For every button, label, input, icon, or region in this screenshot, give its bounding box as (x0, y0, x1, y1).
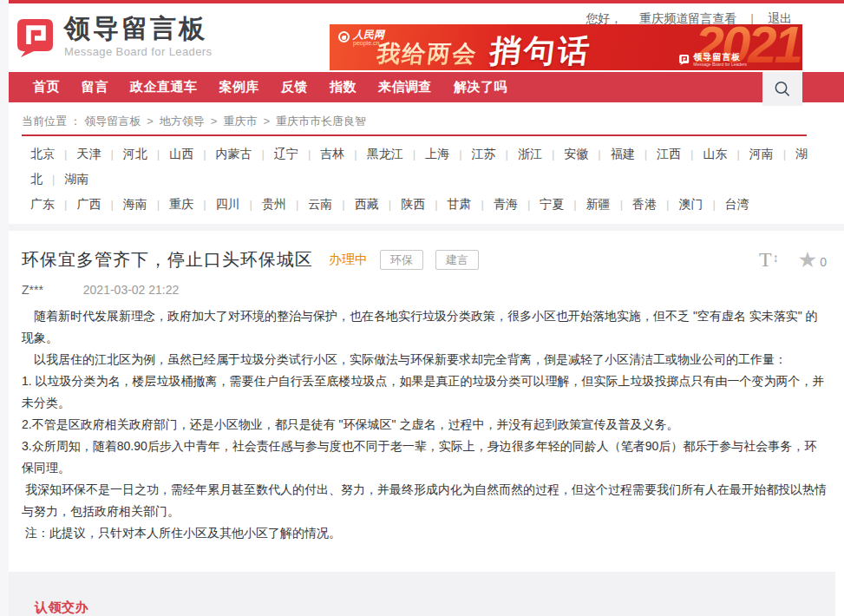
status-badge: 办理中 (329, 252, 368, 268)
title-tools: T ↕ ★ 0 (759, 249, 827, 271)
banner-brand-subtitle: Message Board for Leaders (693, 62, 747, 67)
region-link[interactable]: 福建 (611, 147, 635, 161)
nav-item[interactable]: 解决了吗 (454, 79, 507, 95)
post-tags: 环保建言 (368, 250, 479, 270)
region-link[interactable]: 西藏 (355, 197, 379, 211)
font-size-toggle-t: T (759, 249, 772, 270)
banner-slogan: 我给两会 捎句话 (375, 30, 594, 70)
separator: | (55, 147, 76, 161)
breadcrumb-link[interactable]: 地方领导 (160, 115, 205, 128)
post-paragraph: 随着新时代发展新理念，政府加大了对环境的整治与保护，也在各地实行垃圾分类政策，很… (22, 305, 827, 349)
separator: | (286, 198, 308, 211)
breadcrumb-label: 当前位置 ： (22, 115, 82, 128)
banner-slogan-left: 我给两会 (375, 38, 479, 69)
font-size-toggle[interactable]: T ↕ (759, 249, 779, 270)
nav-item[interactable]: 反馈 (281, 79, 308, 95)
region-link[interactable]: 贵州 (262, 197, 286, 211)
separator: | (657, 198, 678, 211)
logo-title: 领导留言板 (64, 15, 212, 43)
region-link[interactable]: 宁夏 (540, 197, 564, 211)
nav-item[interactable]: 案例库 (219, 79, 260, 95)
nav-item[interactable]: 留言 (82, 79, 108, 95)
region-link[interactable]: 海南 (123, 197, 147, 211)
post-body: 随着新时代发展新理念，政府加大了对环境的整治与保护，也在各地实行垃圾分类政策，很… (22, 305, 827, 544)
breadcrumb: 当前位置 ： 领导留言板>地方领导>重庆市>重庆市市长唐良智 (22, 102, 807, 136)
region-link[interactable]: 安徽 (564, 147, 588, 161)
tag-chip[interactable]: 环保 (380, 250, 423, 270)
post-paragraph: 3.众所周知，随着80.90后步入中青年，社会责任感与参与度也不同于老一辈，实际… (22, 436, 827, 479)
nav-item[interactable]: 首页 (33, 79, 60, 95)
breadcrumb-items: 领导留言板>地方领导>重庆市>重庆市市长唐良智 (84, 115, 366, 128)
star-favorite-icon[interactable]: ★ (798, 249, 817, 271)
separator: | (147, 198, 169, 211)
title-row: 环保宜多管齐下，停止口头环保城区 办理中 环保建言 T ↕ ★ 0 (22, 246, 827, 272)
reply-heading: 认领交办 (35, 600, 809, 616)
nav-item[interactable]: 来信调查 (378, 79, 432, 95)
separator: | (332, 198, 354, 211)
logo-subtitle: Message Board for Leaders (64, 45, 212, 58)
region-link[interactable]: 新疆 (586, 197, 611, 211)
separator: | (252, 147, 274, 161)
region-link[interactable]: 重庆 (169, 197, 193, 211)
region-link[interactable]: 北京 (30, 147, 55, 161)
region-link[interactable]: 山东 (703, 147, 727, 161)
region-link[interactable]: 甘肃 (448, 197, 472, 211)
two-sessions-ad-banner[interactable]: 人民网 people.cn 我给两会 捎句话 2021 领导留言板 Messag… (330, 24, 802, 70)
breadcrumb-link[interactable]: 重庆市市长唐良智 (276, 115, 366, 128)
banner-brand-title: 领导留言板 (693, 52, 747, 62)
separator: > (257, 115, 276, 128)
region-link[interactable]: 广东 (30, 197, 55, 211)
nav-item[interactable]: 政企直通车 (130, 79, 198, 95)
separator: | (101, 147, 122, 161)
peoples-daily-logo-icon (338, 31, 350, 43)
region-link[interactable]: 广西 (76, 197, 101, 211)
separator: | (298, 147, 320, 161)
separator: | (193, 147, 215, 161)
section-divider (9, 224, 844, 231)
region-link[interactable]: 天津 (76, 147, 101, 161)
region-link[interactable]: 香港 (632, 197, 657, 211)
breadcrumb-link[interactable]: 领导留言板 (84, 115, 141, 128)
separator: | (703, 198, 724, 211)
search-icon (773, 80, 792, 99)
region-link[interactable]: 辽宁 (274, 147, 298, 161)
post-paragraph: 1. 以垃圾分类为名，楼层垃圾桶撤离，需要住户自行丢至底楼垃圾点，如果是真正的垃… (22, 370, 827, 414)
tag-chip[interactable]: 建言 (435, 250, 479, 270)
site-logo[interactable]: 领导留言板 Message Board for Leaders (14, 15, 212, 58)
separator: | (518, 198, 540, 211)
separator: | (542, 147, 564, 161)
logo-text: 领导留言板 Message Board for Leaders (64, 15, 212, 58)
region-link[interactable]: 江西 (657, 147, 681, 161)
region-link[interactable]: 台湾 (725, 197, 749, 211)
region-link[interactable]: 黑龙江 (367, 147, 403, 161)
region-link[interactable]: 上海 (425, 147, 449, 161)
region-link[interactable]: 浙江 (518, 147, 542, 161)
separator: | (403, 147, 425, 161)
region-link[interactable]: 河北 (123, 147, 147, 161)
region-link[interactable]: 陕西 (401, 197, 425, 211)
region-link[interactable]: 江苏 (472, 147, 496, 161)
separator: > (141, 115, 160, 128)
separator: | (727, 147, 749, 161)
region-link[interactable]: 青海 (494, 197, 518, 211)
region-link[interactable]: 澳门 (678, 197, 703, 211)
star-count: 0 (820, 255, 827, 269)
separator: | (101, 198, 122, 211)
separator: | (496, 147, 518, 161)
region-link[interactable]: 内蒙古 (216, 147, 252, 161)
region-link[interactable]: 吉林 (320, 147, 344, 161)
separator: > (205, 115, 224, 128)
region-group-1: 北京|天津|河北|山西|内蒙古|辽宁|吉林|黑龙江|上海|江苏|浙江|安徽|福建… (30, 141, 834, 192)
region-link[interactable]: 山西 (169, 147, 193, 161)
official-reply-box: 认领交办 您的留言我们已经收到！我们已将您反映的问题转相关部门进行处理，处理情况… (9, 572, 835, 616)
nav-item[interactable]: 指数 (330, 79, 357, 95)
region-link[interactable]: 河南 (749, 147, 774, 161)
separator: | (240, 198, 262, 211)
region-link[interactable]: 湖南 (64, 172, 88, 186)
search-button[interactable] (762, 72, 802, 106)
breadcrumb-link[interactable]: 重庆市 (223, 115, 257, 128)
region-link[interactable]: 四川 (216, 197, 240, 211)
region-link[interactable]: 云南 (308, 197, 332, 211)
separator: | (193, 198, 215, 211)
site-header: 领导留言板 Message Board for Leaders 您好， 重庆频道… (9, 3, 844, 72)
